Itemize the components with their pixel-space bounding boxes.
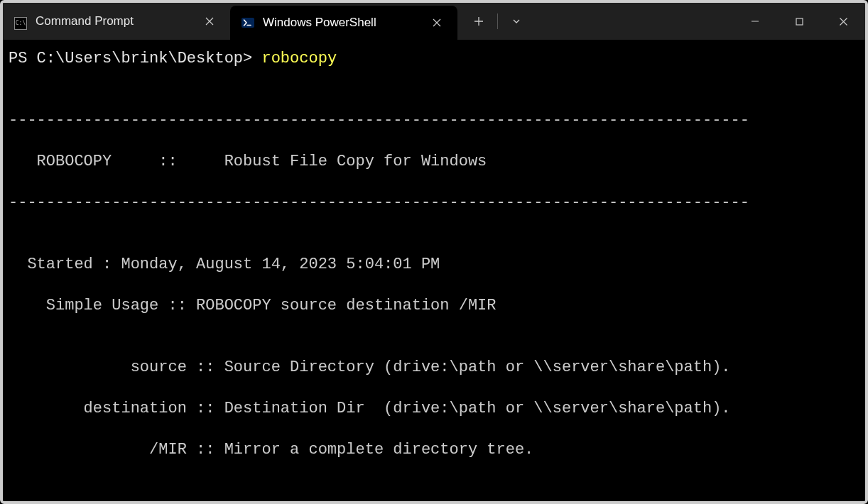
close-icon[interactable] [426,12,447,33]
maximize-button[interactable] [777,3,821,40]
svg-rect-0 [242,18,254,28]
output-destination: destination :: Destination Dir (drive:\p… [9,398,859,419]
new-tab-button[interactable] [463,7,494,35]
tab-dropdown-button[interactable] [501,7,532,35]
tab-title: Command Prompt [36,14,190,28]
output-simple-usage: Simple Usage :: ROBOCOPY source destinat… [9,295,859,316]
close-icon[interactable] [199,11,220,32]
output-source: source :: Source Directory (drive:\path … [9,357,859,378]
tab-powershell[interactable]: Windows PowerShell [230,6,457,40]
output-started: Started : Monday, August 14, 2023 5:04:0… [9,254,859,275]
command-text: robocopy [261,50,337,67]
output-mir: /MIR :: Mirror a complete directory tree… [9,439,859,460]
output-divider: ----------------------------------------… [9,192,859,213]
tabs-container: C:\ Command Prompt Windows PowerShell [3,3,457,40]
terminal-output[interactable]: PS C:\Users\brink\Desktop> robocopy ----… [3,40,865,501]
tab-actions [457,3,532,40]
tab-command-prompt[interactable]: C:\ Command Prompt [3,3,230,40]
close-window-button[interactable] [821,3,865,40]
output-header: ROBOCOPY :: Robust File Copy for Windows [9,151,859,172]
window-controls [733,3,865,40]
minimize-button[interactable] [733,3,777,40]
powershell-icon [242,16,254,29]
divider [497,13,498,29]
output-divider: ----------------------------------------… [9,110,859,131]
tab-title: Windows PowerShell [263,16,418,30]
svg-rect-3 [796,18,803,25]
titlebar: C:\ Command Prompt Windows PowerShell [3,3,865,40]
prompt-path: PS C:\Users\brink\Desktop> [9,50,252,67]
cmd-icon: C:\ [14,15,27,28]
